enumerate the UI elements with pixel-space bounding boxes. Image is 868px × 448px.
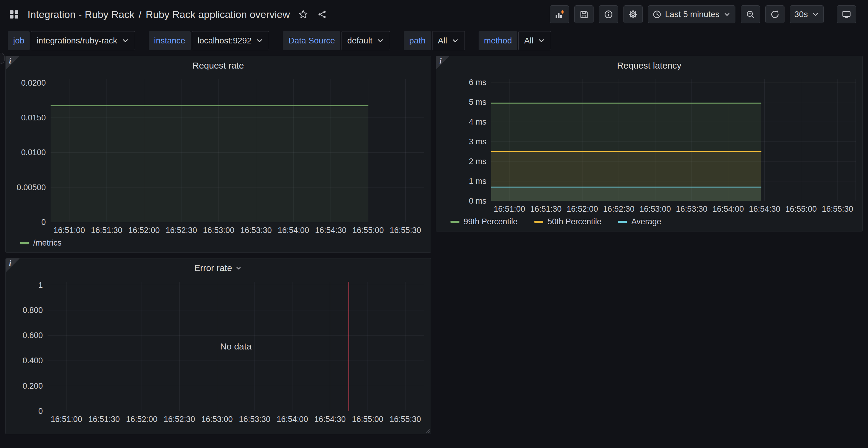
panel-title[interactable]: Request latency [617,60,681,71]
variable-picker-path[interactable]: All [432,31,465,50]
variable-value-method: All [524,36,533,46]
variable-value-path: All [438,36,447,46]
x-tick-label: 16:53:00 [640,205,671,214]
variable-picker-job[interactable]: integrations/ruby-rack [31,31,135,50]
y-tick-label: 4 ms [469,117,486,126]
gear-icon [628,10,638,19]
legend-label: 99th Percentile [464,217,518,227]
x-tick-label: 16:51:00 [494,205,525,214]
x-tick-label: 16:54:30 [314,415,346,424]
refresh-interval-picker[interactable]: 30s [790,5,824,23]
y-tick-label: 0.0100 [21,148,46,157]
zoom-out-time-button[interactable] [741,5,760,23]
series-fill [491,187,761,201]
refresh-interval-label: 30s [794,9,808,19]
variable-method: methodAll [478,31,551,50]
top-navigation-bar: Integration - Ruby Rack / Ruby Rack appl… [0,0,868,29]
x-tick-label: 16:53:30 [676,205,707,214]
x-tick-label: 16:51:00 [51,415,82,424]
chevron-down-icon [256,37,264,44]
legend-item[interactable]: 50th Percentile [534,217,601,227]
dashboard-settings-button[interactable] [623,5,643,23]
y-tick-label: 0.600 [23,331,43,340]
variable-label-path: path [404,31,431,50]
monitor-icon [842,10,851,19]
refresh-dashboard-button[interactable] [765,5,784,23]
x-tick-label: 16:54:30 [749,205,780,214]
chevron-down-icon [811,10,819,18]
dashboard-info-button[interactable] [599,5,618,23]
breadcrumb-separator: / [138,9,141,20]
variable-data-source: Data Sourcedefault [283,31,390,50]
y-tick-label: 0.00500 [17,183,46,192]
variable-label-method: method [478,31,517,50]
panel-title[interactable]: Error rate [194,263,243,273]
legend-swatch [20,242,29,244]
panel-description-corner[interactable]: i [6,259,20,272]
x-tick-label: 16:55:30 [390,415,421,424]
panel-header[interactable]: Request latency [436,56,862,75]
legend-item[interactable]: 99th Percentile [451,217,518,227]
panel-description-corner[interactable]: i [436,56,450,70]
add-panel-button[interactable] [550,5,569,23]
chart-area: 00.005000.01000.01500.0200 16:51:0016:51… [6,75,431,237]
variable-picker-method[interactable]: All [518,31,551,50]
x-tick-label: 16:55:30 [390,226,421,235]
legend-label: /metrics [33,238,62,248]
x-tick-label: 16:53:00 [202,415,233,424]
variable-value-job: integrations/ruby-rack [36,36,117,46]
x-tick-label: 16:51:30 [91,226,122,235]
y-tick-label: 6 ms [469,78,486,87]
zoom-out-icon [746,10,755,19]
panel-description-corner[interactable]: i [6,56,20,70]
info-icon [604,10,613,19]
y-tick-label: 0.0200 [21,78,46,87]
x-tick-label: 16:51:30 [530,205,561,214]
x-axis: 16:51:0016:51:3016:52:0016:52:3016:53:00… [491,201,856,215]
page-title: Ruby Rack application overview [146,9,290,20]
variable-value-data-source: default [347,36,372,46]
panel-title[interactable]: Request rate [192,60,244,71]
share-dashboard-button[interactable] [316,9,328,20]
breadcrumb-folder-link[interactable]: Integration - Ruby Rack [28,9,134,20]
panel-request-rate: i Request rate 00.005000.01000.01500.020… [5,56,431,253]
legend-swatch [618,221,627,223]
y-tick-label: 0.400 [23,356,43,365]
variable-picker-instance[interactable]: localhost:9292 [192,31,269,50]
variable-picker-data-source[interactable]: default [342,31,390,50]
chevron-down-icon [452,37,459,44]
chevron-down-icon [537,37,545,44]
panel-menu-chevron-icon[interactable] [235,264,242,272]
time-range-picker[interactable]: Last 5 minutes [648,5,735,23]
y-tick-label: 0 [41,218,46,227]
variable-label-data-source: Data Source [283,31,340,50]
x-tick-label: 16:54:30 [315,226,346,235]
panel-header[interactable]: Request rate [6,56,431,75]
x-tick-label: 16:54:00 [712,205,744,214]
x-tick-label: 16:55:00 [785,205,817,214]
variable-job: jobintegrations/ruby-rack [8,31,135,50]
panel-header[interactable]: Error rate [6,259,431,278]
chart-svg [491,79,856,201]
plot-area[interactable] [51,79,424,222]
plot-area[interactable]: No data [48,282,424,411]
legend-item[interactable]: /metrics [20,238,62,248]
apps-menu-button[interactable] [8,8,20,21]
tv-mode-button[interactable] [837,5,856,23]
chevron-down-icon [723,10,731,18]
save-dashboard-button[interactable] [575,5,593,23]
plot-area[interactable] [491,79,856,201]
x-tick-label: 16:52:30 [165,226,197,235]
y-tick-label: 5 ms [469,97,486,107]
legend: 99th Percentile50th PercentileAverage [436,215,862,231]
add-panel-icon [555,9,564,19]
y-tick-label: 0 ms [469,197,486,206]
variable-instance: instancelocalhost:9292 [149,31,269,50]
sidebar-toggle-handle[interactable] [0,53,5,64]
variable-value-instance: localhost:9292 [197,36,252,46]
star-icon [299,9,308,19]
star-dashboard-button[interactable] [297,8,309,20]
variable-label-instance: instance [149,31,191,50]
panel-info-icon: i [9,56,11,66]
legend-item[interactable]: Average [618,217,661,227]
